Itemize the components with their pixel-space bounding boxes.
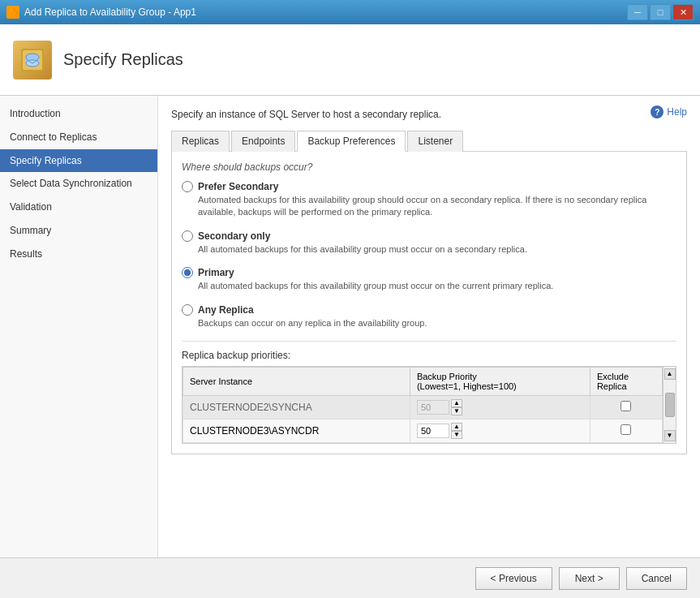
priority-spinner-2: ▲ ▼ — [417, 423, 583, 439]
sidebar-item-connect-to-replicas[interactable]: Connect to Replicas — [0, 126, 157, 149]
backup-priority-cell-2: ▲ ▼ — [410, 419, 590, 442]
backup-priorities-label: Replica backup priorities: — [182, 350, 676, 361]
col-server-instance: Server Instance — [183, 367, 410, 395]
priority-spinner-1: ▲ ▼ — [417, 399, 583, 415]
any-replica-text: Any Replica — [198, 304, 254, 316]
radio-option-secondary-only: Secondary only All automated backups for… — [182, 230, 676, 256]
cancel-button[interactable]: Cancel — [626, 567, 687, 590]
scroll-up-arrow[interactable]: ▲ — [664, 368, 676, 380]
tab-backup-preferences[interactable]: Backup Preferences — [297, 131, 406, 152]
table-row: CLUSTERNODE3\ASYNCDR ▲ ▼ — [183, 419, 663, 442]
spinner-down-1[interactable]: ▼ — [451, 407, 462, 415]
col-exclude-replica: ExcludeReplica — [590, 367, 662, 395]
exclude-checkbox-2[interactable] — [621, 424, 631, 435]
prefer-secondary-text: Prefer Secondary — [198, 181, 278, 192]
radio-option-prefer-secondary: Prefer Secondary Automated backups for t… — [182, 181, 676, 219]
server-instance-cell: CLUSTERNODE2\SYNCHA — [183, 395, 410, 419]
window-controls[interactable]: ─ □ ✕ — [627, 4, 694, 20]
scroll-thumb-area — [665, 380, 675, 430]
restore-button[interactable]: □ — [650, 4, 671, 20]
minimize-button[interactable]: ─ — [627, 4, 648, 20]
secondary-only-radio[interactable] — [182, 230, 193, 242]
exclude-checkbox-1[interactable] — [621, 401, 631, 411]
spinner-up-1[interactable]: ▲ — [451, 399, 462, 407]
radio-option-any-replica: Any Replica Backups can occur on any rep… — [182, 304, 676, 329]
prefer-secondary-radio[interactable] — [182, 181, 193, 192]
col-backup-priority: Backup Priority(Lowest=1, Highest=100) — [410, 367, 590, 395]
priority-table: Server Instance Backup Priority(Lowest=1… — [183, 367, 663, 443]
exclude-replica-cell-2 — [590, 419, 662, 442]
help-icon: ? — [651, 105, 663, 118]
sidebar-item-introduction[interactable]: Introduction — [0, 102, 157, 126]
backup-subtitle: Where should backups occur? — [182, 161, 676, 173]
main-layout: Introduction Connect to Replicas Specify… — [0, 96, 700, 557]
prefer-secondary-label[interactable]: Prefer Secondary — [182, 181, 676, 192]
secondary-only-desc: All automated backups for this availabil… — [198, 243, 676, 256]
priority-input-2[interactable] — [417, 424, 449, 438]
spinner-btns-1: ▲ ▼ — [451, 399, 462, 415]
secondary-only-label[interactable]: Secondary only — [182, 230, 676, 242]
help-link[interactable]: ? Help — [651, 105, 687, 118]
any-replica-label[interactable]: Any Replica — [182, 304, 676, 316]
help-label: Help — [667, 106, 687, 118]
any-replica-desc: Backups can occur on any replica in the … — [198, 317, 676, 329]
next-button[interactable]: Next > — [559, 567, 620, 590]
spinner-up-2[interactable]: ▲ — [451, 423, 462, 431]
content-area: ? Help Specify an instance of SQL Server… — [158, 96, 700, 557]
primary-radio[interactable] — [182, 267, 193, 278]
database-svg-icon — [18, 45, 47, 75]
radio-option-primary: Primary All automated backups for this a… — [182, 267, 676, 292]
primary-desc: All automated backups for this availabil… — [198, 280, 676, 292]
close-button[interactable]: ✕ — [672, 4, 694, 20]
window-title: Add Replica to Availability Group - App1 — [24, 6, 196, 18]
table-row: CLUSTERNODE2\SYNCHA ▲ ▼ — [183, 395, 663, 419]
wizard-header: Specify Replicas — [0, 24, 700, 96]
primary-text: Primary — [198, 267, 234, 278]
tab-content-backup-preferences: Where should backups occur? Prefer Secon… — [171, 152, 687, 454]
scroll-down-arrow[interactable]: ▼ — [664, 430, 676, 441]
sidebar-item-summary[interactable]: Summary — [0, 219, 157, 243]
sidebar: Introduction Connect to Replicas Specify… — [0, 96, 158, 557]
tab-replicas[interactable]: Replicas — [171, 131, 230, 152]
title-bar: 🔶 Add Replica to Availability Group - Ap… — [0, 0, 700, 24]
tab-bar: Replicas Endpoints Backup Preferences Li… — [171, 130, 687, 152]
exclude-replica-cell-1 — [590, 395, 662, 419]
priority-table-wrapper: Server Instance Backup Priority(Lowest=1… — [182, 366, 676, 444]
tab-listener[interactable]: Listener — [407, 131, 463, 152]
header-icon — [13, 41, 52, 80]
sidebar-item-specify-replicas[interactable]: Specify Replicas — [0, 149, 157, 173]
app-icon: 🔶 — [6, 6, 19, 19]
title-bar-left: 🔶 Add Replica to Availability Group - Ap… — [6, 6, 196, 19]
previous-button[interactable]: < Previous — [475, 567, 552, 590]
sidebar-item-select-data-sync[interactable]: Select Data Synchronization — [0, 172, 157, 196]
spinner-down-2[interactable]: ▼ — [451, 431, 462, 439]
sidebar-item-validation[interactable]: Validation — [0, 196, 157, 219]
content-description: Specify an instance of SQL Server to hos… — [171, 109, 687, 120]
priority-input-1[interactable] — [417, 400, 449, 415]
spinner-btns-2: ▲ ▼ — [451, 423, 462, 439]
sidebar-item-results[interactable]: Results — [0, 243, 157, 266]
any-replica-radio[interactable] — [182, 304, 193, 316]
server-instance-cell-2: CLUSTERNODE3\ASYNCDR — [183, 419, 410, 442]
page-title: Specify Replicas — [63, 50, 183, 69]
tab-endpoints[interactable]: Endpoints — [231, 131, 295, 152]
scroll-thumb[interactable] — [665, 393, 675, 417]
primary-label[interactable]: Primary — [182, 267, 676, 278]
table-scrollbar[interactable]: ▲ ▼ — [663, 367, 676, 443]
backup-priority-cell: ▲ ▼ — [410, 395, 590, 419]
secondary-only-text: Secondary only — [198, 230, 270, 242]
footer: < Previous Next > Cancel — [0, 557, 700, 598]
prefer-secondary-desc: Automated backups for this availability … — [198, 194, 676, 219]
section-divider — [182, 341, 676, 342]
